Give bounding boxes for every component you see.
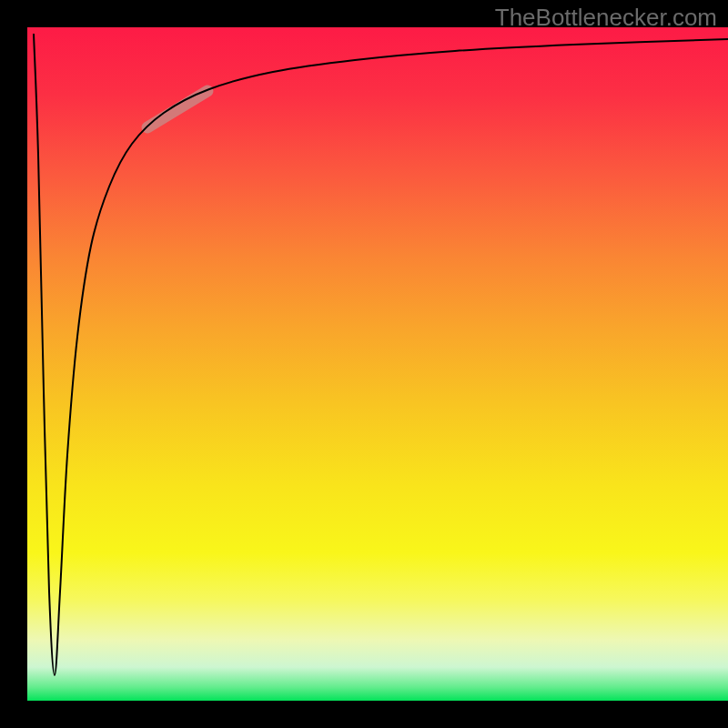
watermark-text: TheBottlenecker.com: [495, 4, 717, 32]
highlight-segment: [147, 91, 207, 127]
curve-layer: [27, 27, 728, 701]
plot-area: [27, 27, 728, 701]
bottleneck-curve: [34, 34, 728, 675]
